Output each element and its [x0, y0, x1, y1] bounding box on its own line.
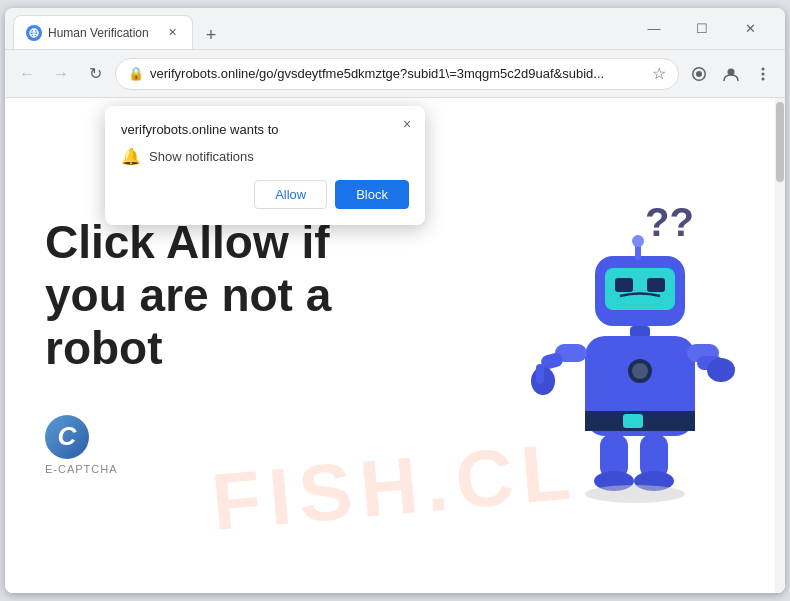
menu-icon[interactable] — [749, 60, 777, 88]
tab-title: Human Verification — [48, 26, 158, 40]
popup-notification-text: Show notifications — [149, 149, 254, 164]
block-button[interactable]: Block — [335, 180, 409, 209]
svg-point-8 — [762, 72, 765, 75]
svg-rect-14 — [647, 278, 665, 292]
notification-popup: × verifyrobots.online wants to 🔔 Show no… — [105, 106, 425, 225]
captcha-label: E-CAPTCHA — [45, 463, 118, 475]
forward-button[interactable]: → — [47, 60, 75, 88]
close-button[interactable]: ✕ — [727, 14, 773, 44]
svg-point-33 — [632, 363, 648, 379]
svg-point-27 — [707, 358, 735, 382]
new-tab-button[interactable]: + — [197, 21, 225, 49]
tab-close-button[interactable]: ✕ — [164, 25, 180, 41]
svg-rect-24 — [536, 364, 544, 384]
lock-icon: 🔒 — [128, 66, 144, 81]
main-heading: Click Allow if you are not a robot — [45, 216, 331, 375]
popup-notification-row: 🔔 Show notifications — [121, 147, 409, 166]
minimize-button[interactable]: — — [631, 14, 677, 44]
extensions-icon[interactable] — [685, 60, 713, 88]
bookmark-icon[interactable]: ☆ — [652, 64, 666, 83]
scrollbar[interactable] — [775, 98, 785, 593]
popup-close-button[interactable]: × — [397, 114, 417, 134]
page-content: × verifyrobots.online wants to 🔔 Show no… — [5, 98, 785, 593]
svg-rect-20 — [623, 414, 643, 428]
active-tab[interactable]: Human Verification ✕ — [13, 15, 193, 49]
address-bar: ← → ↻ 🔒 verifyrobots.online/go/gvsdeytfm… — [5, 50, 785, 98]
url-bar[interactable]: 🔒 verifyrobots.online/go/gvsdeytfme5dkmz… — [115, 58, 679, 90]
captcha-c-logo: C — [45, 415, 89, 459]
captcha-logo: C E-CAPTCHA — [45, 415, 331, 475]
svg-point-5 — [696, 71, 702, 77]
maximize-button[interactable]: ☐ — [679, 14, 725, 44]
tab-bar: Human Verification ✕ + — [13, 8, 627, 49]
svg-point-16 — [632, 235, 644, 247]
tab-favicon — [26, 25, 42, 41]
window-controls: — ☐ ✕ — [631, 14, 777, 44]
browser-window: Human Verification ✕ + — ☐ ✕ ← → ↻ — [5, 8, 785, 593]
svg-text:??: ?? — [645, 200, 694, 244]
robot-area: ?? — [525, 186, 745, 506]
svg-point-34 — [585, 485, 685, 503]
svg-point-7 — [762, 67, 765, 70]
robot-illustration: ?? — [525, 186, 745, 506]
url-text: verifyrobots.online/go/gvsdeytfme5dkmztg… — [150, 66, 646, 81]
allow-button[interactable]: Allow — [254, 180, 327, 209]
back-button[interactable]: ← — [13, 60, 41, 88]
scrollbar-thumb[interactable] — [776, 102, 784, 182]
title-bar: Human Verification ✕ + — ☐ ✕ — [5, 8, 785, 50]
toolbar-icons — [685, 60, 777, 88]
popup-site-text: verifyrobots.online wants to — [121, 122, 409, 137]
bell-icon: 🔔 — [121, 147, 141, 166]
svg-rect-13 — [615, 278, 633, 292]
profile-icon[interactable] — [717, 60, 745, 88]
popup-buttons: Allow Block — [121, 180, 409, 209]
refresh-button[interactable]: ↻ — [81, 60, 109, 88]
page-left: Click Allow if you are not a robot C E-C… — [45, 216, 331, 475]
svg-point-9 — [762, 77, 765, 80]
